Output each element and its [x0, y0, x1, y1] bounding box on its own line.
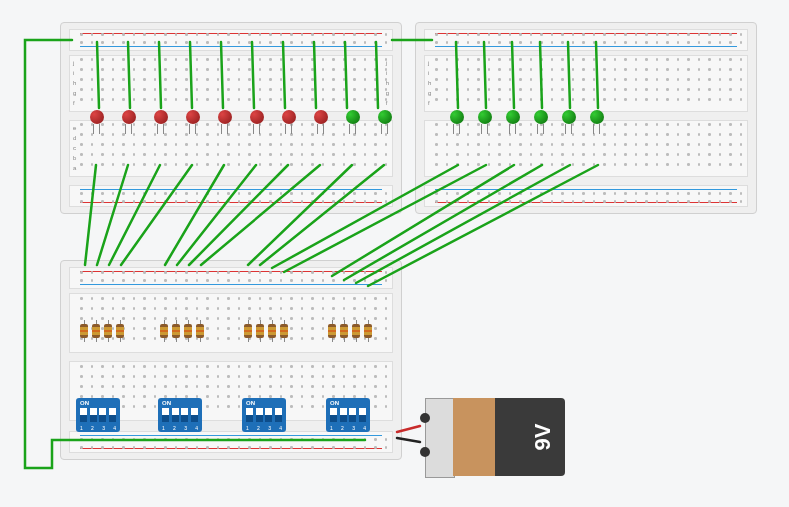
battery-terminal-positive	[420, 447, 430, 457]
led-red-4	[186, 110, 200, 124]
led-green-12	[478, 110, 492, 124]
led-red-2	[122, 110, 136, 124]
wire-battery-negative	[397, 438, 420, 442]
battery-terminal-negative	[420, 413, 430, 423]
led-red-6	[250, 110, 264, 124]
led-green-15	[562, 110, 576, 124]
led-red-1	[90, 110, 104, 124]
led-green-16	[590, 110, 604, 124]
led-green-14	[534, 110, 548, 124]
breadboard-circuit-diagram: jihgf jihgf edcba jihgf // draw	[0, 0, 789, 507]
wire-battery-positive	[397, 426, 420, 432]
led-red-3	[154, 110, 168, 124]
dip-switch-1[interactable]: ON 1234	[76, 398, 120, 432]
led-red-8	[314, 110, 328, 124]
led-green-13	[506, 110, 520, 124]
dip-switch-2[interactable]: ON 1234	[158, 398, 202, 432]
battery-label: 9V	[531, 424, 557, 451]
battery-9v: 9V	[425, 398, 565, 476]
led-green-10	[378, 110, 392, 124]
led-red-7	[282, 110, 296, 124]
dip-switch-3[interactable]: ON 1234	[242, 398, 286, 432]
led-green-9	[346, 110, 360, 124]
led-red-5	[218, 110, 232, 124]
dip-switch-4[interactable]: ON 1234	[326, 398, 370, 432]
led-green-11	[450, 110, 464, 124]
